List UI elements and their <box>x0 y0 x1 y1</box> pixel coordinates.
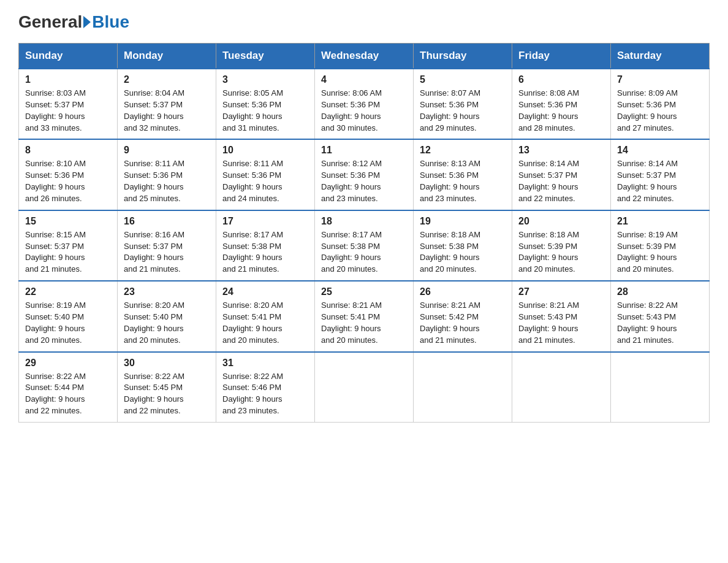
day-number: 28 <box>617 286 703 297</box>
day-cell: 1 Sunrise: 8:03 AMSunset: 5:37 PMDayligh… <box>19 69 118 139</box>
day-info: Sunrise: 8:06 AMSunset: 5:36 PMDaylight:… <box>321 88 407 134</box>
day-number: 9 <box>124 145 210 156</box>
day-cell: 26 Sunrise: 8:21 AMSunset: 5:42 PMDaylig… <box>414 281 512 351</box>
week-row-5: 29 Sunrise: 8:22 AMSunset: 5:44 PMDaylig… <box>19 352 710 423</box>
day-info: Sunrise: 8:11 AMSunset: 5:36 PMDaylight:… <box>222 158 308 204</box>
day-number: 31 <box>222 358 308 369</box>
day-number: 19 <box>420 216 506 227</box>
day-cell: 12 Sunrise: 8:13 AMSunset: 5:36 PMDaylig… <box>414 139 512 210</box>
logo: General Blue <box>18 12 129 31</box>
day-info: Sunrise: 8:22 AMSunset: 5:44 PMDaylight:… <box>25 371 111 417</box>
day-info: Sunrise: 8:20 AMSunset: 5:41 PMDaylight:… <box>222 300 308 346</box>
col-header-saturday: Saturday <box>611 44 710 69</box>
col-header-friday: Friday <box>512 44 611 69</box>
day-number: 24 <box>222 286 308 297</box>
day-info: Sunrise: 8:14 AMSunset: 5:37 PMDaylight:… <box>518 158 604 204</box>
day-info: Sunrise: 8:07 AMSunset: 5:36 PMDaylight:… <box>420 88 506 134</box>
day-number: 20 <box>518 216 604 227</box>
day-info: Sunrise: 8:22 AMSunset: 5:45 PMDaylight:… <box>124 371 210 417</box>
day-number: 15 <box>25 216 111 227</box>
logo-arrow-icon <box>83 16 91 28</box>
day-info: Sunrise: 8:21 AMSunset: 5:42 PMDaylight:… <box>420 300 506 346</box>
day-cell: 4 Sunrise: 8:06 AMSunset: 5:36 PMDayligh… <box>315 69 414 139</box>
day-info: Sunrise: 8:22 AMSunset: 5:43 PMDaylight:… <box>617 300 703 346</box>
day-cell: 19 Sunrise: 8:18 AMSunset: 5:38 PMDaylig… <box>414 210 512 281</box>
day-number: 14 <box>617 145 703 156</box>
day-number: 22 <box>25 286 111 297</box>
day-cell <box>315 352 414 423</box>
week-row-1: 1 Sunrise: 8:03 AMSunset: 5:37 PMDayligh… <box>19 69 710 139</box>
day-cell: 31 Sunrise: 8:22 AMSunset: 5:46 PMDaylig… <box>216 352 315 423</box>
logo-text: General Blue <box>18 12 129 32</box>
day-number: 12 <box>420 145 506 156</box>
day-number: 23 <box>124 286 210 297</box>
day-info: Sunrise: 8:12 AMSunset: 5:36 PMDaylight:… <box>321 158 407 204</box>
day-number: 25 <box>321 286 407 297</box>
calendar-table: SundayMondayTuesdayWednesdayThursdayFrid… <box>18 43 710 423</box>
day-cell: 6 Sunrise: 8:08 AMSunset: 5:36 PMDayligh… <box>512 69 611 139</box>
col-header-wednesday: Wednesday <box>315 44 414 69</box>
day-info: Sunrise: 8:05 AMSunset: 5:36 PMDaylight:… <box>222 88 308 134</box>
week-row-4: 22 Sunrise: 8:19 AMSunset: 5:40 PMDaylig… <box>19 281 710 351</box>
day-number: 21 <box>617 216 703 227</box>
col-header-sunday: Sunday <box>19 44 118 69</box>
day-cell: 24 Sunrise: 8:20 AMSunset: 5:41 PMDaylig… <box>216 281 315 351</box>
header-row: SundayMondayTuesdayWednesdayThursdayFrid… <box>19 44 710 69</box>
day-cell: 15 Sunrise: 8:15 AMSunset: 5:37 PMDaylig… <box>19 210 118 281</box>
day-cell: 10 Sunrise: 8:11 AMSunset: 5:36 PMDaylig… <box>216 139 315 210</box>
logo-blue: Blue <box>92 12 129 32</box>
day-info: Sunrise: 8:22 AMSunset: 5:46 PMDaylight:… <box>222 371 308 417</box>
day-info: Sunrise: 8:20 AMSunset: 5:40 PMDaylight:… <box>124 300 210 346</box>
day-number: 30 <box>124 358 210 369</box>
day-info: Sunrise: 8:21 AMSunset: 5:43 PMDaylight:… <box>518 300 604 346</box>
col-header-monday: Monday <box>118 44 216 69</box>
day-number: 1 <box>25 74 111 85</box>
day-cell <box>414 352 512 423</box>
day-cell: 11 Sunrise: 8:12 AMSunset: 5:36 PMDaylig… <box>315 139 414 210</box>
day-cell: 25 Sunrise: 8:21 AMSunset: 5:41 PMDaylig… <box>315 281 414 351</box>
day-info: Sunrise: 8:03 AMSunset: 5:37 PMDaylight:… <box>25 88 111 134</box>
day-cell: 3 Sunrise: 8:05 AMSunset: 5:36 PMDayligh… <box>216 69 315 139</box>
day-cell: 5 Sunrise: 8:07 AMSunset: 5:36 PMDayligh… <box>414 69 512 139</box>
day-info: Sunrise: 8:17 AMSunset: 5:38 PMDaylight:… <box>222 229 308 275</box>
day-cell <box>611 352 710 423</box>
day-cell: 9 Sunrise: 8:11 AMSunset: 5:36 PMDayligh… <box>118 139 216 210</box>
day-cell: 28 Sunrise: 8:22 AMSunset: 5:43 PMDaylig… <box>611 281 710 351</box>
day-cell: 30 Sunrise: 8:22 AMSunset: 5:45 PMDaylig… <box>118 352 216 423</box>
day-cell: 29 Sunrise: 8:22 AMSunset: 5:44 PMDaylig… <box>19 352 118 423</box>
day-info: Sunrise: 8:17 AMSunset: 5:38 PMDaylight:… <box>321 229 407 275</box>
day-info: Sunrise: 8:21 AMSunset: 5:41 PMDaylight:… <box>321 300 407 346</box>
day-cell: 13 Sunrise: 8:14 AMSunset: 5:37 PMDaylig… <box>512 139 611 210</box>
day-cell: 2 Sunrise: 8:04 AMSunset: 5:37 PMDayligh… <box>118 69 216 139</box>
day-number: 7 <box>617 74 703 85</box>
day-cell: 7 Sunrise: 8:09 AMSunset: 5:36 PMDayligh… <box>611 69 710 139</box>
day-cell: 21 Sunrise: 8:19 AMSunset: 5:39 PMDaylig… <box>611 210 710 281</box>
day-info: Sunrise: 8:13 AMSunset: 5:36 PMDaylight:… <box>420 158 506 204</box>
logo-general: General <box>18 12 82 32</box>
day-info: Sunrise: 8:04 AMSunset: 5:37 PMDaylight:… <box>124 88 210 134</box>
page-header: General Blue <box>18 12 710 31</box>
day-number: 2 <box>124 74 210 85</box>
day-number: 29 <box>25 358 111 369</box>
day-info: Sunrise: 8:18 AMSunset: 5:38 PMDaylight:… <box>420 229 506 275</box>
day-cell: 22 Sunrise: 8:19 AMSunset: 5:40 PMDaylig… <box>19 281 118 351</box>
col-header-tuesday: Tuesday <box>216 44 315 69</box>
day-info: Sunrise: 8:19 AMSunset: 5:39 PMDaylight:… <box>617 229 703 275</box>
day-info: Sunrise: 8:10 AMSunset: 5:36 PMDaylight:… <box>25 158 111 204</box>
week-row-2: 8 Sunrise: 8:10 AMSunset: 5:36 PMDayligh… <box>19 139 710 210</box>
day-number: 5 <box>420 74 506 85</box>
day-info: Sunrise: 8:19 AMSunset: 5:40 PMDaylight:… <box>25 300 111 346</box>
day-number: 18 <box>321 216 407 227</box>
day-cell: 8 Sunrise: 8:10 AMSunset: 5:36 PMDayligh… <box>19 139 118 210</box>
day-number: 27 <box>518 286 604 297</box>
day-cell: 23 Sunrise: 8:20 AMSunset: 5:40 PMDaylig… <box>118 281 216 351</box>
day-cell: 20 Sunrise: 8:18 AMSunset: 5:39 PMDaylig… <box>512 210 611 281</box>
day-info: Sunrise: 8:14 AMSunset: 5:37 PMDaylight:… <box>617 158 703 204</box>
day-info: Sunrise: 8:16 AMSunset: 5:37 PMDaylight:… <box>124 229 210 275</box>
day-cell: 17 Sunrise: 8:17 AMSunset: 5:38 PMDaylig… <box>216 210 315 281</box>
day-info: Sunrise: 8:08 AMSunset: 5:36 PMDaylight:… <box>518 88 604 134</box>
day-number: 11 <box>321 145 407 156</box>
day-number: 26 <box>420 286 506 297</box>
day-number: 3 <box>222 74 308 85</box>
day-info: Sunrise: 8:15 AMSunset: 5:37 PMDaylight:… <box>25 229 111 275</box>
